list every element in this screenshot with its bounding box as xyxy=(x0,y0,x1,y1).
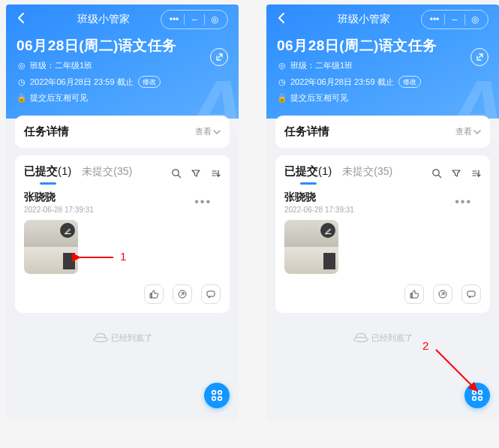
tab-submitted[interactable]: 已提交(1) xyxy=(284,164,332,185)
submission-item: 张骁骁 2022-06-28 17:39:31 ••• xyxy=(284,185,481,304)
back-button[interactable] xyxy=(277,12,307,28)
chevron-left-icon xyxy=(277,12,285,24)
header: 班级小管家 ••• – ◎ A 06月28日(周二)语文任务 ◎ 班级： 二年级… xyxy=(6,5,239,119)
student-name: 张骁骁 xyxy=(24,191,221,204)
view-label: 查看 xyxy=(195,126,212,137)
pencil-icon xyxy=(64,227,72,235)
class-value: 二年级1班 xyxy=(55,60,92,71)
task-details-card: 任务详情 查看 xyxy=(15,116,230,148)
like-button[interactable] xyxy=(144,284,164,304)
tab-unsubmitted-label: 未提交(35) xyxy=(342,165,392,177)
submissions-card: 已提交(1) 未提交(35) 张骁骁 2022-06-28 17:39:31 •… xyxy=(15,155,230,313)
topbar: 班级小管家 ••• – ◎ xyxy=(17,5,228,35)
tab-unsubmitted[interactable]: 未提交(35) xyxy=(342,165,392,185)
close-icon[interactable]: ◎ xyxy=(467,14,483,25)
header: 班级小管家 ••• – ◎ A 06月28日(周二)语文任务 ◎ 班级： 二年级… xyxy=(266,5,499,119)
divider xyxy=(204,14,205,25)
svg-point-11 xyxy=(479,391,482,395)
search-icon[interactable] xyxy=(431,168,442,181)
phone-screen-right: 班级小管家 ••• – ◎ A 06月28日(周二)语文任务 ◎ 班级： 二年级… xyxy=(266,5,499,421)
action-row xyxy=(284,284,481,304)
share-action-button[interactable] xyxy=(173,284,192,304)
fab-button[interactable] xyxy=(464,383,490,408)
end-of-list: 已经到底了 xyxy=(266,332,499,344)
tab-submitted-count: (1) xyxy=(58,164,71,177)
comment-button[interactable] xyxy=(461,284,481,304)
fab-button[interactable] xyxy=(204,383,230,408)
close-icon[interactable]: ◎ xyxy=(206,14,223,25)
task-title: 06月28日(周二)语文任务 xyxy=(17,36,228,56)
grid-icon xyxy=(210,389,224,402)
student-name: 张骁骁 xyxy=(284,191,481,204)
visibility-text: 提交后互相可见 xyxy=(290,92,348,104)
divider xyxy=(444,14,445,25)
deadline-text: 2022年06月28日 23:59 截止 xyxy=(290,77,394,88)
filter-icon[interactable] xyxy=(191,168,201,181)
tab-tools xyxy=(431,168,481,181)
submission-thumbnail[interactable] xyxy=(284,220,338,274)
mini-program-controls: ••• – ◎ xyxy=(421,10,488,29)
like-button[interactable] xyxy=(404,284,424,304)
edit-badge[interactable] xyxy=(60,223,75,238)
tabs: 已提交(1) 未提交(35) xyxy=(284,164,481,185)
class-row: ◎ 班级： 二年级1班 xyxy=(17,60,228,71)
sort-icon[interactable] xyxy=(470,168,481,181)
share-action-button[interactable] xyxy=(433,284,452,304)
tab-submitted-label: 已提交 xyxy=(24,164,58,177)
minimize-icon[interactable]: – xyxy=(446,14,463,25)
ufo-icon xyxy=(353,333,367,344)
svg-rect-9 xyxy=(467,291,475,296)
app-title: 班级小管家 xyxy=(307,13,421,26)
svg-point-5 xyxy=(212,397,216,401)
tab-submitted[interactable]: 已提交(1) xyxy=(24,164,71,185)
view-details-link[interactable]: 查看 xyxy=(455,126,481,137)
visibility-row: 🔒 提交后互相可见 xyxy=(17,92,228,104)
deadline-row: ◷ 2022年06月28日 23:59 截止 修改 xyxy=(277,76,488,88)
details-title: 任务详情 xyxy=(24,125,221,139)
svg-rect-2 xyxy=(207,291,215,296)
class-icon: ◎ xyxy=(277,61,287,71)
tab-unsubmitted[interactable]: 未提交(35) xyxy=(82,165,132,185)
phone-screen-left: 班级小管家 ••• – ◎ A 06月28日(周二)语文任务 ◎ 班级： 二年级… xyxy=(6,5,239,421)
filter-icon[interactable] xyxy=(451,168,461,181)
end-of-list: 已经到底了 xyxy=(6,332,239,344)
mini-program-controls: ••• – ◎ xyxy=(161,10,228,29)
more-icon[interactable]: ••• xyxy=(166,14,182,25)
visibility-text: 提交后互相可见 xyxy=(30,92,88,104)
submission-thumbnail[interactable] xyxy=(24,220,78,274)
search-icon[interactable] xyxy=(171,168,182,181)
submission-more-button[interactable]: ••• xyxy=(455,195,472,209)
submission-more-button[interactable]: ••• xyxy=(194,195,212,209)
action-row xyxy=(24,284,221,304)
view-details-link[interactable]: 查看 xyxy=(195,126,221,137)
edit-badge[interactable] xyxy=(320,223,335,238)
thumbs-up-icon xyxy=(409,289,419,299)
class-value: 二年级1班 xyxy=(315,60,353,71)
task-title: 06月28日(周二)语文任务 xyxy=(277,36,488,56)
share-out-icon xyxy=(177,289,188,299)
tab-submitted-count: (1) xyxy=(318,164,332,177)
tab-tools xyxy=(171,168,221,181)
more-icon[interactable]: ••• xyxy=(426,14,443,25)
svg-point-4 xyxy=(218,391,222,395)
class-row: ◎ 班级： 二年级1班 xyxy=(277,60,488,71)
modify-button[interactable]: 修改 xyxy=(398,76,421,88)
deadline-row: ◷ 2022年06月28日 23:59 截止 修改 xyxy=(17,76,228,88)
ufo-icon xyxy=(93,333,107,344)
topbar: 班级小管家 ••• – ◎ xyxy=(277,5,488,35)
svg-point-6 xyxy=(218,397,222,401)
submission-time: 2022-06-28 17:39:31 xyxy=(24,206,221,214)
back-button[interactable] xyxy=(17,12,47,28)
submissions-card: 已提交(1) 未提交(35) 张骁骁 2022-06-28 17:39:31 •… xyxy=(275,155,490,313)
class-icon: ◎ xyxy=(17,61,27,71)
chevron-down-icon xyxy=(213,129,221,135)
details-title: 任务详情 xyxy=(284,125,481,139)
svg-point-7 xyxy=(433,170,439,176)
modify-button[interactable]: 修改 xyxy=(138,76,161,88)
sort-icon[interactable] xyxy=(210,168,221,181)
task-details-card: 任务详情 查看 xyxy=(275,116,490,148)
tab-submitted-label: 已提交 xyxy=(284,164,318,177)
comment-button[interactable] xyxy=(201,284,221,304)
minimize-icon[interactable]: – xyxy=(186,14,203,25)
submission-time: 2022-06-28 17:39:31 xyxy=(284,206,481,214)
